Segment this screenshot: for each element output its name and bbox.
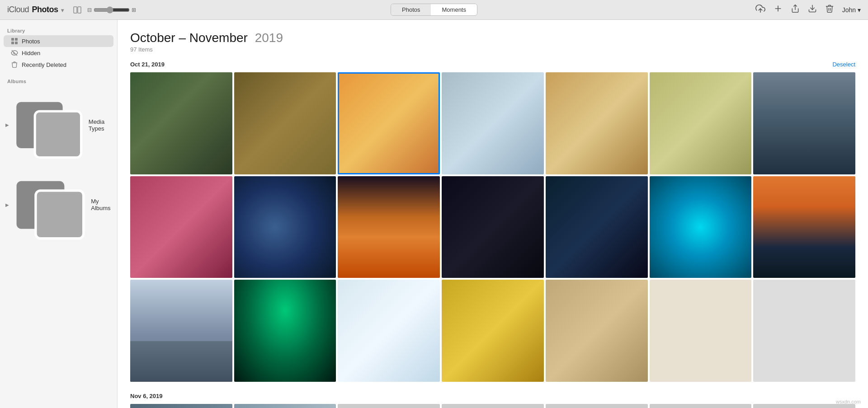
svg-rect-10 bbox=[15, 42, 18, 44]
section-date-nov6: Nov 6, 2019 bbox=[130, 393, 163, 399]
photo-cell[interactable] bbox=[130, 176, 232, 278]
title-main: October – November bbox=[130, 31, 248, 45]
icloud-upload-icon[interactable] bbox=[755, 4, 765, 16]
photo-cell[interactable] bbox=[442, 72, 544, 174]
photos-segment-btn[interactable]: Photos bbox=[391, 4, 431, 15]
photo-cell[interactable] bbox=[234, 176, 336, 278]
sidebar-trash-icon bbox=[11, 61, 18, 68]
logo-chevron[interactable]: ▾ bbox=[61, 7, 64, 14]
sidebar-hidden-label: Hidden bbox=[22, 50, 40, 56]
photo-cell[interactable] bbox=[442, 280, 544, 382]
zoom-in-icon: ⊞ bbox=[132, 7, 136, 13]
photo-cell[interactable] bbox=[546, 404, 648, 408]
svg-rect-9 bbox=[11, 42, 14, 44]
my-albums-icon bbox=[12, 167, 88, 243]
photo-cell[interactable] bbox=[650, 72, 752, 174]
photo-cell[interactable] bbox=[650, 176, 752, 278]
content-area: October – November 2019 97 Items Oct 21,… bbox=[118, 20, 868, 408]
photo-cell[interactable] bbox=[442, 404, 544, 408]
photo-cell[interactable] bbox=[130, 72, 232, 174]
sidebar: Library Photos Hidden Recently Deleted bbox=[0, 20, 118, 408]
albums-label: Albums bbox=[0, 76, 117, 86]
photo-cell[interactable] bbox=[442, 176, 544, 278]
photo-cell-selected[interactable] bbox=[338, 72, 440, 174]
media-types-icon bbox=[12, 88, 86, 162]
photo-cell[interactable] bbox=[753, 72, 855, 174]
sidebar-item-recently-deleted[interactable]: Recently Deleted bbox=[4, 59, 113, 70]
right-actions: John ▾ bbox=[755, 4, 861, 16]
sidebar-my-albums-label: My Albums bbox=[91, 198, 112, 211]
photo-cell[interactable] bbox=[338, 404, 440, 408]
photo-grid-row3 bbox=[130, 280, 855, 382]
eye-slash-icon bbox=[11, 49, 18, 56]
date-section-oct21: Oct 21, 2019 Deselect bbox=[130, 61, 855, 382]
section-header-nov6: Nov 6, 2019 bbox=[130, 393, 855, 399]
section-date-oct21: Oct 21, 2019 bbox=[130, 61, 165, 68]
photos-icon bbox=[11, 38, 18, 45]
date-section-nov6: Nov 6, 2019 bbox=[130, 393, 855, 408]
photo-cell[interactable] bbox=[546, 72, 648, 174]
svg-rect-14 bbox=[36, 191, 84, 239]
add-icon[interactable] bbox=[774, 4, 783, 15]
photo-cell[interactable] bbox=[130, 404, 232, 408]
view-toggle bbox=[73, 5, 82, 14]
photo-cell[interactable] bbox=[234, 280, 336, 382]
svg-rect-7 bbox=[11, 38, 14, 41]
content-count: 97 Items bbox=[130, 46, 855, 53]
photo-cell[interactable] bbox=[650, 280, 752, 382]
sidebar-group-my-albums[interactable]: ▶ My Albums bbox=[0, 164, 117, 245]
photo-cell[interactable] bbox=[130, 280, 232, 382]
sidebar-group-chevron-media: ▶ bbox=[5, 122, 9, 127]
watermark: wsxdn.com bbox=[836, 399, 861, 404]
main-layout: Library Photos Hidden Recently Deleted bbox=[0, 20, 868, 408]
column-view-icon[interactable] bbox=[73, 5, 82, 14]
photo-cell[interactable] bbox=[546, 176, 648, 278]
content-header: October – November 2019 97 Items bbox=[130, 31, 855, 53]
download-icon[interactable] bbox=[808, 4, 817, 15]
sidebar-media-types-label: Media Types bbox=[89, 118, 112, 132]
app-logo: iCloud Photos ▾ bbox=[7, 5, 64, 14]
library-label: Library bbox=[0, 25, 117, 35]
svg-rect-8 bbox=[15, 38, 18, 41]
deselect-button[interactable]: Deselect bbox=[832, 61, 855, 68]
sidebar-recently-deleted-label: Recently Deleted bbox=[22, 61, 66, 68]
sidebar-photos-label: Photos bbox=[22, 38, 40, 45]
photo-cell[interactable] bbox=[338, 176, 440, 278]
content-title: October – November 2019 bbox=[130, 31, 855, 45]
svg-rect-12 bbox=[35, 111, 81, 157]
title-year: 2019 bbox=[255, 31, 283, 45]
sidebar-group-chevron-albums: ▶ bbox=[5, 202, 9, 207]
section-header-oct21: Oct 21, 2019 Deselect bbox=[130, 61, 855, 68]
moments-segment-btn[interactable]: Moments bbox=[431, 4, 477, 15]
zoom-out-icon: ⊟ bbox=[87, 7, 92, 13]
sidebar-item-hidden[interactable]: Hidden bbox=[4, 47, 113, 59]
photo-cell[interactable] bbox=[753, 176, 855, 278]
zoom-control: ⊟ ⊞ bbox=[87, 6, 136, 14]
sidebar-group-media-types[interactable]: ▶ Media Types bbox=[0, 86, 117, 164]
user-name[interactable]: John ▾ bbox=[842, 6, 861, 14]
photo-cell[interactable] bbox=[234, 404, 336, 408]
photo-grid-row2 bbox=[130, 176, 855, 278]
photo-grid-row1 bbox=[130, 72, 855, 174]
trash-icon[interactable] bbox=[825, 4, 834, 15]
photo-cell[interactable] bbox=[234, 72, 336, 174]
svg-rect-0 bbox=[74, 7, 77, 13]
photo-cell[interactable] bbox=[546, 280, 648, 382]
photo-cell[interactable] bbox=[753, 404, 855, 408]
share-icon[interactable] bbox=[791, 4, 800, 15]
photo-cell[interactable] bbox=[753, 280, 855, 382]
photo-grid-nov6-row1 bbox=[130, 404, 855, 408]
svg-rect-1 bbox=[78, 7, 81, 13]
photo-cell[interactable] bbox=[650, 404, 752, 408]
zoom-slider[interactable] bbox=[94, 6, 130, 14]
topbar: iCloud Photos ▾ ⊟ ⊞ Photos Moments bbox=[0, 0, 868, 20]
photo-cell[interactable] bbox=[338, 280, 440, 382]
sidebar-item-photos[interactable]: Photos bbox=[4, 35, 113, 47]
segment-control: Photos Moments bbox=[391, 4, 477, 16]
